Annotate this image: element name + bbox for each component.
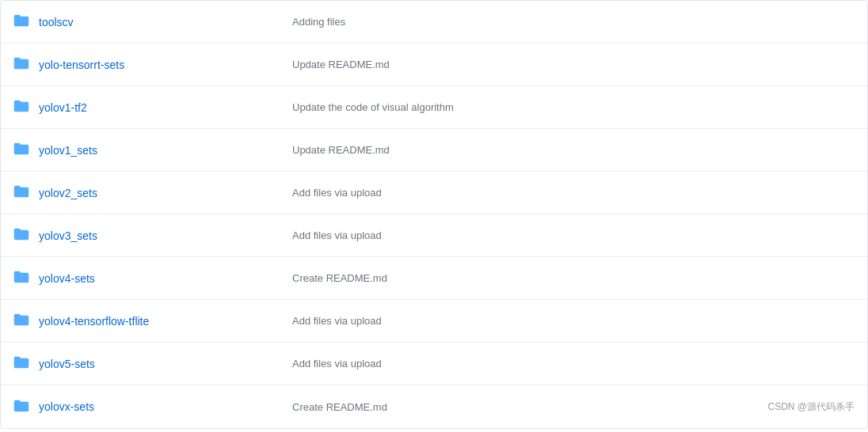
file-name[interactable]: yolov4-sets <box>39 272 292 285</box>
file-name[interactable]: yolovx-sets <box>39 400 292 413</box>
file-name[interactable]: yolov5-sets <box>39 358 292 370</box>
folder-icon <box>13 55 39 74</box>
table-row[interactable]: yolov2_setsAdd files via upload <box>1 172 867 214</box>
table-row[interactable]: yolov1-tf2Update the code of visual algo… <box>1 86 867 129</box>
table-row[interactable]: yolov5-setsAdd files via upload <box>1 343 867 385</box>
table-row[interactable]: toolscvAdding files <box>1 1 867 44</box>
file-commit-message: Create README.md <box>292 401 767 413</box>
folder-icon <box>13 226 39 244</box>
file-name[interactable]: yolov4-tensorflow-tflite <box>39 315 292 328</box>
file-name[interactable]: yolo-tensorrt-sets <box>39 59 292 71</box>
file-name[interactable]: yolov3_sets <box>39 229 292 242</box>
folder-icon <box>13 312 39 330</box>
folder-icon <box>13 13 39 31</box>
table-row[interactable]: yolov3_setsAdd files via upload <box>1 214 867 257</box>
table-row[interactable]: yolov4-setsCreate README.md <box>1 257 867 300</box>
table-row[interactable]: yolov4-tensorflow-tfliteAdd files via up… <box>1 300 867 343</box>
folder-icon <box>13 184 39 202</box>
file-commit-message: Add files via upload <box>292 229 855 241</box>
file-commit-message: Update README.md <box>292 59 855 70</box>
file-name[interactable]: yolov1_sets <box>39 144 292 157</box>
file-name[interactable]: yolov1-tf2 <box>39 101 292 114</box>
folder-icon <box>13 354 39 373</box>
folder-icon <box>13 98 39 116</box>
folder-icon <box>13 398 39 416</box>
file-commit-message: Create README.md <box>292 272 855 284</box>
file-commit-message: Add files via upload <box>292 187 855 199</box>
table-row[interactable]: yolov1_setsUpdate README.md <box>1 129 867 172</box>
table-row[interactable]: yolovx-setsCreate README.mdCSDN @源代码杀手 <box>1 385 867 428</box>
folder-icon <box>13 141 39 159</box>
folder-icon <box>13 269 39 287</box>
file-commit-message: Adding files <box>292 16 855 28</box>
file-name[interactable]: yolov2_sets <box>39 187 292 199</box>
file-commit-message: Add files via upload <box>292 315 855 327</box>
watermark-text: CSDN @源代码杀手 <box>767 400 855 414</box>
file-commit-message: Update the code of visual algorithm <box>292 101 855 113</box>
table-row[interactable]: yolo-tensorrt-setsUpdate README.md <box>1 44 867 86</box>
file-list: toolscvAdding files yolo-tensorrt-setsUp… <box>0 0 868 429</box>
file-commit-message: Add files via upload <box>292 358 855 369</box>
file-name[interactable]: toolscv <box>39 16 292 28</box>
file-commit-message: Update README.md <box>292 144 855 156</box>
